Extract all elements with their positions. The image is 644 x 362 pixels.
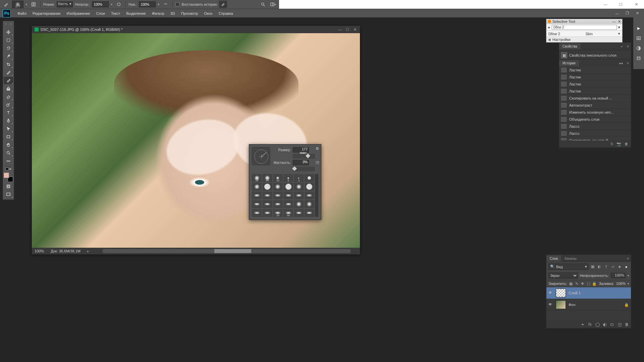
brush-angle-picker[interactable] [252,147,270,165]
link-layers-icon[interactable]: ⚭ [580,322,585,327]
menu-file[interactable]: Файл [15,10,29,17]
brush-preset[interactable] [283,200,293,208]
blend-mode-select[interactable]: Экран [548,273,578,279]
menu-filter[interactable]: Фильтр [149,10,167,17]
libraries-panel-icon[interactable] [635,54,643,62]
collapse-icon[interactable]: » [5,22,7,26]
filter-shape-icon[interactable]: ▱ [610,264,615,269]
lasso-tool[interactable] [4,45,13,52]
brush-tool[interactable] [4,77,13,84]
selective-preset-select[interactable]: Dfine 2 [552,25,617,30]
brush-preset[interactable] [305,200,314,208]
visibility-toggle-icon[interactable]: 👁 [548,291,553,295]
brush-preset[interactable] [273,191,283,199]
screen-mode-icon[interactable] [4,191,13,198]
preset-scrollbar[interactable] [315,174,318,217]
filter-adjust-icon[interactable]: ◐ [597,264,602,269]
brush-preset[interactable] [294,183,304,191]
horizontal-scrollbar[interactable] [103,249,351,253]
history-item[interactable]: Ластик [559,81,631,88]
window-maximize-button[interactable]: ☐ [613,0,629,9]
properties-tab[interactable]: Свойства [559,43,581,50]
filter-kind-icon[interactable]: 🔍 [550,264,555,269]
app-minimize-button[interactable]: — [612,10,622,17]
dodge-tool[interactable] [4,101,13,108]
adjustments-panel-icon[interactable] [635,44,643,52]
panel-expand-icon[interactable]: » [619,44,625,48]
brush-preset[interactable]: 50 [283,209,293,217]
new-brush-preset-icon[interactable]: ◳ [316,160,319,165]
brush-preset[interactable] [305,174,314,182]
pressure-size-icon[interactable] [219,1,227,8]
brush-preset[interactable]: 6 [283,174,293,182]
restore-history-checkbox[interactable] [175,2,179,6]
brush-preset[interactable]: 26 [252,174,262,182]
history-item[interactable]: Изменить основную неп... [559,109,631,116]
selective-tool-window[interactable]: Selective Tool—✕ ▸Dfine 2▾ Dfine 2Skin▾ … [546,19,623,43]
layer-item[interactable]: 👁 Фон 🔒 [546,299,631,311]
type-tool[interactable] [4,109,13,116]
filter-type-icon[interactable]: T [603,264,609,269]
brush-preset[interactable] [252,200,262,208]
history-panel-icon[interactable] [635,34,643,42]
layer-fx-icon[interactable]: fx [587,322,593,327]
brush-preview-dropdown[interactable]: 177 [12,1,23,8]
brush-size-slider[interactable] [293,154,315,159]
history-item[interactable]: Ластик [559,88,631,95]
document-tab[interactable]: DSC_5037-118.JPG @ 100% (Слой 1, RGB/8#)… [32,26,360,33]
brush-preset[interactable] [252,209,262,217]
move-tool[interactable] [4,28,13,36]
brush-preset[interactable] [283,183,293,191]
menu-3d[interactable]: 3D [168,10,178,17]
history-item[interactable]: Скопировать на новый ... [559,95,631,102]
search-icon[interactable] [259,1,267,8]
lock-all-icon[interactable]: 🔒 [592,281,597,286]
brush-preset[interactable] [294,200,304,208]
layer-item[interactable]: 👁 Слой 1 [546,287,631,299]
window-close-button[interactable]: ✕ [629,0,644,9]
workspace-switcher-icon[interactable]: ▾ [269,1,277,8]
create-document-from-state-icon[interactable]: ⎘ [611,142,613,146]
layers-tab[interactable]: Слои [546,255,561,262]
history-item[interactable]: Лассо [559,130,631,137]
blend-mode-select[interactable]: Кисть ▾ [57,1,73,7]
default-colors-icon[interactable] [6,168,8,170]
history-item[interactable]: Объединить слои [559,116,631,123]
snapshot-icon[interactable]: 📷 [616,142,621,146]
panel-menu-icon[interactable]: ≡ [625,61,631,65]
lock-artboard-icon[interactable]: ▢ [586,281,590,286]
crop-tool[interactable] [4,61,13,68]
brush-preset[interactable] [294,209,304,217]
app-restore-button[interactable]: ❐ [623,10,632,17]
doc-minimize-button[interactable]: — [338,27,342,32]
channels-tab[interactable]: Каналы [561,255,580,262]
filter-pixel-icon[interactable]: ▦ [590,264,595,269]
eraser-tool[interactable] [4,93,13,100]
menu-text[interactable]: Текст [108,10,123,17]
pressure-opacity-icon[interactable] [115,1,123,8]
menu-layers[interactable]: Слои [93,10,108,17]
brush-preset[interactable] [252,191,262,199]
adjustment-layer-icon[interactable]: ◐ [602,322,607,327]
play-action-icon[interactable]: ▶ [635,24,643,32]
doc-size-info[interactable]: Док: 36,6M/38,1M [51,249,80,253]
panel-collapse-icon[interactable]: ◂◂ [617,61,625,65]
tool-preset-icon[interactable] [2,1,10,8]
brush-preset[interactable]: 10 [273,174,283,182]
rectangle-tool[interactable] [4,133,13,140]
zoom-tool[interactable] [4,149,13,157]
filter-toggle-icon[interactable]: ● [624,264,629,269]
history-item[interactable]: Ластик [559,67,631,74]
brush-preset[interactable] [262,183,272,191]
selective-settings-link[interactable]: Настройки [552,38,571,42]
history-item[interactable]: Ластик [559,74,631,81]
brush-preset[interactable] [273,183,283,191]
brush-preset[interactable]: 25 [273,209,283,217]
history-tab[interactable]: История [559,60,579,66]
quick-mask-icon[interactable] [4,183,13,190]
brush-settings-gear-icon[interactable]: ⚙ [316,146,319,151]
fill-input[interactable]: 100% [616,282,626,286]
visibility-toggle-icon[interactable]: 👁 [548,302,553,307]
brush-preset[interactable] [262,209,272,217]
brush-preset[interactable] [305,209,314,217]
